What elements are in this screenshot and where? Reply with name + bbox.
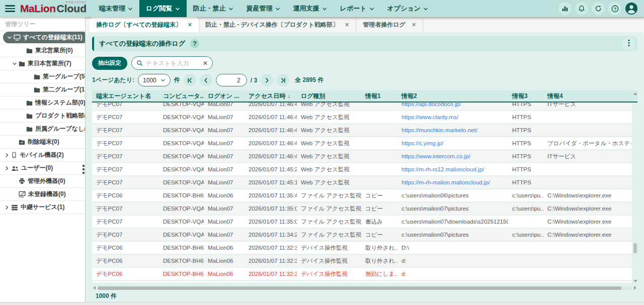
- chevron-down-icon[interactable]: [11, 61, 19, 66]
- column-header[interactable]: 端末エージェント名: [92, 92, 159, 100]
- sidebar-item[interactable]: 東北営業所(0): [0, 44, 85, 57]
- chevron-right-icon[interactable]: [3, 166, 11, 171]
- horizontal-scrollbar-thumb[interactable]: [98, 286, 621, 290]
- monitor-icon: [14, 34, 21, 41]
- column-header[interactable]: ログ種別: [297, 92, 361, 100]
- help-button[interactable]: ?: [608, 2, 621, 15]
- close-icon[interactable]: ✕: [412, 22, 416, 28]
- sidebar-item[interactable]: 管理外機器(0): [0, 175, 85, 188]
- sidebar-item[interactable]: 所属グループなし(4): [0, 123, 85, 136]
- next-page-button[interactable]: [261, 74, 273, 86]
- chevron-down-icon[interactable]: [6, 35, 14, 40]
- page-total: / 3: [251, 77, 257, 84]
- column-header[interactable]: 情報4: [543, 92, 632, 100]
- last-page-button[interactable]: [277, 74, 289, 86]
- column-header[interactable]: 情報1: [361, 92, 397, 100]
- table-row[interactable]: デモPC07DESKTOP-VQAC...MaLion072026/01/07 …: [92, 163, 632, 175]
- cell: デモPC07: [92, 140, 159, 147]
- help-icon[interactable]: ?: [190, 39, 199, 48]
- sidebar-item[interactable]: 未登録機器(0): [0, 188, 85, 201]
- table-row[interactable]: デモPC07DESKTOP-VQAC...MaLion072026/01/07 …: [92, 229, 632, 241]
- topbar-menu-item[interactable]: オプション: [381, 0, 435, 17]
- sidebar-item-label: 第一グループ(5): [43, 72, 85, 81]
- search-box: ✕: [131, 56, 213, 70]
- page-input[interactable]: [216, 74, 247, 86]
- refresh-button[interactable]: [592, 2, 605, 15]
- sidebar-item[interactable]: モバイル機器(2): [0, 149, 85, 162]
- extract-settings-button[interactable]: 抽出設定: [92, 57, 127, 70]
- table-row[interactable]: デモPC06DESKTOP-BH6RI...MaLion062026/01/07…: [92, 189, 632, 201]
- scroll-left-icon[interactable]: [93, 286, 96, 290]
- close-icon[interactable]: ✕: [345, 22, 349, 28]
- sidebar-item[interactable]: 東日本営業所(7): [0, 57, 85, 70]
- column-header[interactable]: ログオン ...: [204, 92, 245, 100]
- first-page-button[interactable]: [184, 74, 196, 86]
- horizontal-scrollbar[interactable]: [92, 286, 637, 290]
- cell: Web アクセス監視: [297, 114, 361, 121]
- column-header[interactable]: アクセス日時↓: [245, 92, 297, 100]
- hamburger-menu-icon[interactable]: [5, 5, 15, 12]
- table-row[interactable]: デモPC07DESKTOP-VQAC...MaLion072026/01/07 …: [92, 150, 632, 162]
- topbar-menu-item[interactable]: レポート: [334, 0, 381, 17]
- scroll-down-icon[interactable]: [633, 280, 637, 282]
- cell: デモPC07: [92, 218, 159, 226]
- cell: DESKTOP-BH6RI...: [159, 258, 204, 264]
- cell: c:\users\malion06\pictures: [397, 192, 508, 198]
- sidebar-item[interactable]: 第二グループ(1): [0, 83, 85, 96]
- sidebar-item[interactable]: 第一グループ(5): [0, 70, 85, 83]
- vertical-scrollbar-thumb[interactable]: [633, 243, 637, 253]
- bell-button[interactable]: [575, 2, 588, 15]
- table-row[interactable]: デモPC06DESKTOP-BH6RI...MaLion062026/01/07…: [92, 268, 632, 280]
- chevron-right-icon[interactable]: [3, 205, 11, 210]
- table-row[interactable]: デモPC07DESKTOP-VQAC...MaLion072026/01/07 …: [92, 137, 632, 149]
- topbar-menu-item[interactable]: 資産管理: [240, 0, 287, 17]
- column-header[interactable]: 情報3: [508, 92, 543, 100]
- table-row[interactable]: デモPC07DESKTOP-VQAC...MaLion072026/01/07 …: [92, 216, 632, 228]
- tab-active[interactable]: 操作ログ〔すべての登録端末〕✕: [90, 17, 199, 32]
- panel-menu-button[interactable]: [623, 38, 635, 50]
- sidebar-item[interactable]: プロダクト戦略部(0): [0, 110, 85, 123]
- chevron-right-icon[interactable]: [3, 153, 11, 158]
- partial-next-row: [92, 281, 632, 283]
- topbar: MaLion マリオンクラウド Cloud 端末管理ログ閲覧防止・禁止資産管理運…: [0, 0, 644, 17]
- topbar-menu-item[interactable]: 端末管理: [93, 0, 139, 17]
- cell: HTTPS: [508, 179, 543, 185]
- sidebar-item[interactable]: ユーザー(0): [0, 162, 85, 175]
- cell: HTTPS: [508, 127, 543, 133]
- sidebar-item[interactable]: 削除端末(0): [0, 136, 85, 149]
- prev-page-button[interactable]: [200, 74, 212, 86]
- table-row[interactable]: デモPC06DESKTOP-BH6RI...MaLion062026/01/07…: [92, 255, 632, 267]
- table-row[interactable]: デモPC06DESKTOP-BH6RI...MaLion062026/01/07…: [92, 242, 632, 254]
- clear-search-icon[interactable]: ✕: [203, 60, 208, 67]
- search-input[interactable]: [146, 60, 200, 67]
- table-row[interactable]: デモPC07DESKTOP-VQAC...MaLion072026/01/07 …: [92, 124, 632, 136]
- column-header[interactable]: コンピュータ...: [159, 92, 204, 100]
- table-row[interactable]: デモPC07DESKTOP-VQAC...MaLion072026/01/07 …: [92, 176, 632, 188]
- sidebar-item[interactable]: 情報システム部(0): [0, 96, 85, 110]
- scroll-right-icon[interactable]: [634, 286, 636, 290]
- logo-sub: Cloud: [57, 3, 87, 14]
- table-row[interactable]: デモPC07DESKTOP-VQAC...MaLion072026/01/07 …: [92, 202, 632, 215]
- tab[interactable]: 管理者操作ログ✕: [356, 17, 423, 32]
- sidebar-item[interactable]: 中継サービス(1): [0, 201, 85, 214]
- sidebar-resize-handle[interactable]: [83, 165, 85, 174]
- sidebar-item-label: モバイル機器(2): [20, 151, 64, 159]
- column-label: 情報2: [401, 92, 417, 100]
- table-row[interactable]: デモPC07DESKTOP-VQAC...MaLion072026/01/07 …: [92, 111, 632, 123]
- per-page-select[interactable]: 1000: [138, 74, 171, 86]
- topbar-menu-item[interactable]: 防止・禁止: [187, 0, 240, 17]
- vertical-scrollbar[interactable]: [633, 91, 637, 283]
- topbar-menu-item[interactable]: 運用支援: [287, 0, 334, 17]
- column-header[interactable]: 情報2: [397, 92, 508, 100]
- chevron-down-icon: [175, 7, 180, 12]
- table-row[interactable]: デモPC07DESKTOP-VQAC...MaLion072026/01/07 …: [92, 103, 632, 110]
- close-icon[interactable]: ✕: [188, 22, 192, 28]
- topbar-menu-item[interactable]: ログ閲覧: [139, 0, 187, 17]
- sidebar-item[interactable]: すべての登録端末(11): [0, 31, 85, 44]
- bar-chart-button[interactable]: [558, 2, 572, 15]
- account-button[interactable]: [625, 2, 638, 15]
- cell: デモPC06: [92, 192, 159, 199]
- cell: コピー: [361, 231, 397, 239]
- tab[interactable]: 防止・禁止 - デバイス操作〔プロダクト戦略部〕✕: [199, 17, 356, 32]
- scroll-up-icon[interactable]: [633, 92, 637, 95]
